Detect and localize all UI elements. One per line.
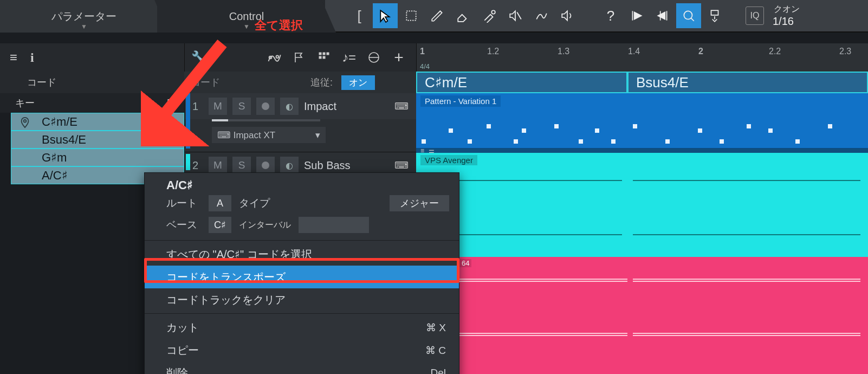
menu-copy[interactable]: コピー⌘ C (145, 339, 459, 362)
monitor-button[interactable]: ◐ (280, 98, 299, 115)
auto-scroll-icon[interactable] (702, 3, 727, 28)
menu-item-label: コードトラックをクリア (166, 293, 286, 307)
snap-end-icon[interactable] (650, 3, 675, 28)
automation-line-icon[interactable] (263, 47, 285, 68)
monitor-button[interactable]: ◐ (280, 157, 299, 174)
tab-control[interactable]: Control ▼ (157, 0, 336, 33)
track-color-strip (186, 93, 190, 149)
chord-list-item[interactable]: Bsus4/E (11, 131, 184, 149)
paint-tool[interactable] (477, 3, 502, 28)
arrangement-area[interactable]: Pattern - Variation 1 ≡ ☰ VPS Avenger ng… (416, 93, 868, 374)
track-number: 1 (192, 100, 203, 113)
record-arm-button[interactable] (256, 98, 275, 115)
keyboard-icon[interactable]: ⌨ (394, 100, 409, 112)
listen-tool[interactable] (555, 3, 580, 28)
annotation-select-all: 全て選択 (255, 17, 303, 34)
chord-block[interactable]: C♯m/E (416, 72, 627, 93)
quantize-value[interactable]: 1/16 (773, 15, 794, 28)
menu-transpose-chords[interactable]: コードをトランスポーズ (145, 266, 459, 288)
track-number: 2 (192, 159, 203, 172)
menu-select-all-chords[interactable]: すべての "A/C♯" コードを選択 (145, 243, 459, 266)
bass-value[interactable]: C♯ (209, 217, 231, 233)
menu-item-label: コピー (166, 343, 199, 358)
midi-notes (416, 117, 868, 145)
mute-tool[interactable] (503, 3, 528, 28)
shortcut: Del (430, 367, 446, 374)
svg-rect-9 (323, 53, 325, 55)
svg-rect-11 (319, 56, 321, 59)
bend-tool[interactable] (529, 3, 554, 28)
svg-point-3 (684, 11, 692, 19)
follow-toggle[interactable]: オン (341, 75, 375, 90)
mute-button[interactable]: M (209, 157, 227, 174)
arrow-tool[interactable] (373, 3, 398, 28)
key-label: キー (15, 96, 35, 109)
volume-slider[interactable] (212, 119, 320, 121)
solo-button[interactable]: S (232, 98, 251, 115)
tab-parameter[interactable]: パラメーター ▼ (0, 0, 168, 33)
lane-bar: ≡ ☰ (416, 149, 868, 153)
ruler-tick: 1.2 (487, 47, 499, 56)
interval-value[interactable] (299, 217, 369, 233)
chord-item-label: C♯m/E (42, 115, 77, 129)
tempo-icon[interactable] (363, 47, 385, 68)
bracket-icon[interactable]: [ (347, 3, 372, 28)
iq-label: IQ (750, 11, 760, 21)
inspector-header: ≡ i (0, 43, 184, 72)
flag-icon[interactable] (288, 47, 310, 68)
ruler-tick: 2.3 (839, 47, 851, 56)
bass-label: ベース (166, 218, 201, 232)
shortcut: ⌘ X (426, 321, 446, 334)
chord-track-name: コード (191, 76, 220, 89)
timeline-ruler[interactable]: 1 1.2 1.3 1.4 2 2.2 2.3 4/4 (416, 43, 868, 72)
eraser-tool[interactable] (451, 3, 476, 28)
mute-button[interactable]: M (209, 98, 227, 115)
context-menu-header: A/C♯ ルート A タイプ メジャー ベース C♯ インターバル (145, 173, 459, 238)
grid-icon[interactable] (313, 47, 335, 68)
svg-rect-0 (406, 11, 416, 20)
tab-parameter-label: パラメーター (51, 9, 116, 24)
track-header[interactable]: 1 M S ◐ Impact ⌨ (185, 93, 416, 119)
context-menu: A/C♯ ルート A タイプ メジャー ベース C♯ インターバル すべての "… (144, 172, 459, 374)
help-icon[interactable]: ? (598, 3, 623, 28)
svg-rect-12 (323, 56, 325, 59)
info-icon[interactable]: i (30, 50, 34, 65)
clip-badge: 64 (459, 259, 471, 267)
svg-point-7 (276, 56, 279, 59)
note-icon[interactable]: ♪= (338, 47, 360, 68)
keyboard-icon[interactable]: ⌨ (394, 159, 409, 171)
iq-button[interactable]: IQ (746, 7, 764, 25)
key-value: E (167, 98, 173, 109)
solo-button[interactable]: S (232, 157, 251, 174)
ruler-tick: 2.2 (769, 47, 781, 56)
chevron-down-icon: ▼ (243, 23, 250, 30)
plus-icon[interactable]: + (388, 47, 410, 68)
snap-start-icon[interactable] (624, 3, 649, 28)
wrench-icon[interactable]: 🔧 (191, 50, 206, 65)
chord-list-item[interactable]: C♯m/E (11, 113, 184, 131)
svg-line-2 (517, 12, 521, 20)
instrument-selector[interactable]: ⌨ Impact XT ▾ (212, 127, 326, 143)
hamburger-icon[interactable]: ≡ (10, 50, 17, 65)
chord-list-item[interactable]: G♯m (11, 149, 184, 166)
root-label: ルート (166, 196, 201, 210)
secondary-row: ≡ i 🔧 ♪= + 1 1.2 1.3 1.4 2 2.2 2.3 4/4 (0, 43, 868, 72)
pin-icon (19, 117, 31, 128)
chord-row: コード コード 追従: オン C♯m/E Bsus4/E (0, 72, 868, 93)
menu-clear-chord-track[interactable]: コードトラックをクリア (145, 288, 459, 311)
pencil-tool[interactable] (425, 3, 450, 28)
type-value[interactable]: メジャー (390, 195, 449, 211)
track-color-strip (186, 154, 190, 170)
chord-inspector-label: コード (0, 72, 184, 93)
record-arm-button[interactable] (256, 157, 275, 174)
menu-delete[interactable]: 削除Del (145, 362, 459, 374)
range-tool[interactable] (399, 3, 424, 28)
clip-impact[interactable]: Pattern - Variation 1 (416, 93, 868, 149)
clip-subbass[interactable]: VPS Avenger nger (416, 153, 868, 257)
chord-block[interactable]: Bsus4/E (627, 72, 868, 93)
clip-pink[interactable]: 64 (416, 257, 868, 374)
menu-cut[interactable]: カット⌘ X (145, 316, 459, 339)
root-value[interactable]: A (209, 195, 231, 211)
ruler-tick: 1.3 (558, 47, 569, 56)
quantize-toggle[interactable] (676, 3, 701, 28)
